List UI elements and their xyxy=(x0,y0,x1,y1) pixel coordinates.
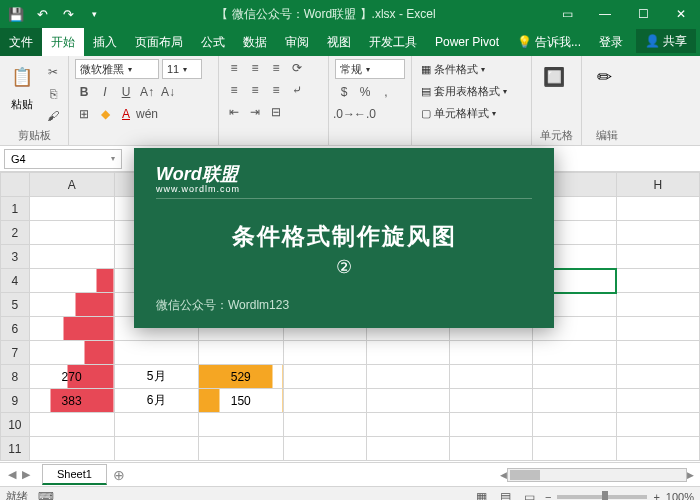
view-normal-icon[interactable]: ▦ xyxy=(473,488,491,501)
dec-indent-icon[interactable]: ⇤ xyxy=(225,103,243,121)
inc-decimal-icon[interactable]: .0→ xyxy=(335,105,353,123)
fill-color-icon[interactable]: ◆ xyxy=(96,105,114,123)
col-header[interactable]: A xyxy=(29,173,114,197)
cell-style-button[interactable]: ▢单元格样式▾ xyxy=(418,103,499,123)
shrink-font-icon[interactable]: A↓ xyxy=(159,83,177,101)
scroll-right-icon[interactable]: ▶ xyxy=(687,470,694,480)
cell-a9[interactable]: 383 xyxy=(29,389,114,413)
tab-insert[interactable]: 插入 xyxy=(84,28,126,56)
merge-icon[interactable]: ⊟ xyxy=(267,103,285,121)
tab-view[interactable]: 视图 xyxy=(318,28,360,56)
view-layout-icon[interactable]: ▤ xyxy=(497,488,515,501)
tab-home[interactable]: 开始 xyxy=(42,28,84,56)
align-center-icon[interactable]: ≡ xyxy=(246,81,264,99)
tab-powerpivot[interactable]: Power Pivot xyxy=(426,28,508,56)
number-format-combo[interactable]: 常规▾ xyxy=(335,59,405,79)
percent-icon[interactable]: % xyxy=(356,83,374,101)
tab-file[interactable]: 文件 xyxy=(0,28,42,56)
cell-c9[interactable]: 150 xyxy=(198,389,283,413)
conditional-format-button[interactable]: ▦条件格式▾ xyxy=(418,59,488,79)
sheet-tab[interactable]: Sheet1 xyxy=(42,464,107,485)
zoom-slider[interactable] xyxy=(557,495,647,499)
tab-data[interactable]: 数据 xyxy=(234,28,276,56)
share-icon: 👤 xyxy=(645,34,660,48)
align-right-icon[interactable]: ≡ xyxy=(267,81,285,99)
zoom-out-icon[interactable]: − xyxy=(545,491,551,501)
zoom-level[interactable]: 100% xyxy=(666,491,694,501)
border-icon[interactable]: ⊞ xyxy=(75,105,93,123)
align-top-icon[interactable]: ≡ xyxy=(225,59,243,77)
dec-decimal-icon[interactable]: ←.0 xyxy=(356,105,374,123)
redo-icon[interactable]: ↷ xyxy=(58,4,78,24)
font-size-combo[interactable]: 11▾ xyxy=(162,59,202,79)
titlebar: 💾 ↶ ↷ ▾ 【 微信公众号：Word联盟 】.xlsx - Excel ▭ … xyxy=(0,0,700,28)
name-box[interactable]: G4▾ xyxy=(4,149,122,169)
cell-b9[interactable]: 6月 xyxy=(114,389,198,413)
group-editing: ✏ 编辑 xyxy=(582,56,632,145)
phonetic-icon[interactable]: wén xyxy=(138,105,156,123)
currency-icon[interactable]: $ xyxy=(335,83,353,101)
group-number: 常规▾ $%, .0→←.0 xyxy=(329,56,412,145)
window-controls: ▭ — ☐ ✕ xyxy=(548,0,700,28)
horizontal-scrollbar[interactable] xyxy=(507,468,687,482)
wrap-icon[interactable]: ⤶ xyxy=(288,81,306,99)
scroll-left-icon[interactable]: ◀ xyxy=(500,470,507,480)
zoom-in-icon[interactable]: + xyxy=(653,491,659,501)
row-header[interactable]: 1 xyxy=(1,197,30,221)
group-font: 微软雅黑▾ 11▾ B I U A↑ A↓ ⊞ ◆ A wén xyxy=(69,56,219,145)
grow-font-icon[interactable]: A↑ xyxy=(138,83,156,101)
undo-icon[interactable]: ↶ xyxy=(32,4,52,24)
add-sheet-button[interactable]: ⊕ xyxy=(107,467,131,483)
align-bot-icon[interactable]: ≡ xyxy=(267,59,285,77)
tell-me[interactable]: 💡告诉我... xyxy=(508,34,590,51)
cell-c8[interactable]: 529 xyxy=(198,365,283,389)
cell-style-icon: ▢ xyxy=(421,107,431,120)
align-mid-icon[interactable]: ≡ xyxy=(246,59,264,77)
editing-label: 编辑 xyxy=(588,128,626,145)
tab-formula[interactable]: 公式 xyxy=(192,28,234,56)
table-format-button[interactable]: ▤套用表格格式▾ xyxy=(418,81,510,101)
overlay-logo: Word联盟 xyxy=(156,162,532,186)
sheet-nav-next-icon[interactable]: ▶ xyxy=(22,468,30,481)
save-icon[interactable]: 💾 xyxy=(6,4,26,24)
col-header[interactable]: H xyxy=(616,173,699,197)
underline-button[interactable]: U xyxy=(117,83,135,101)
window-title: 【 微信公众号：Word联盟 】.xlsx - Excel xyxy=(104,6,548,23)
align-left-icon[interactable]: ≡ xyxy=(225,81,243,99)
quick-access-toolbar: 💾 ↶ ↷ ▾ xyxy=(0,4,104,24)
overlay-footer: 微信公众号：Wordlm123 xyxy=(156,297,532,314)
italic-button[interactable]: I xyxy=(96,83,114,101)
group-clipboard: 📋 粘贴 ✂ ⎘ 🖌 剪贴板 xyxy=(0,56,69,145)
copy-icon[interactable]: ⎘ xyxy=(44,85,62,103)
minimize-icon[interactable]: — xyxy=(586,0,624,28)
close-icon[interactable]: ✕ xyxy=(662,0,700,28)
qat-dropdown-icon[interactable]: ▾ xyxy=(84,4,104,24)
orientation-icon[interactable]: ⟳ xyxy=(288,59,306,77)
format-painter-icon[interactable]: 🖌 xyxy=(44,107,62,125)
cut-icon[interactable]: ✂ xyxy=(44,63,62,81)
share-button[interactable]: 👤共享 xyxy=(636,29,696,53)
login-link[interactable]: 登录 xyxy=(590,28,632,56)
maximize-icon[interactable]: ☐ xyxy=(624,0,662,28)
inc-indent-icon[interactable]: ⇥ xyxy=(246,103,264,121)
cell-a8[interactable]: 270 xyxy=(29,365,114,389)
sheet-nav-prev-icon[interactable]: ◀ xyxy=(8,468,16,481)
editing-button[interactable]: ✏ xyxy=(588,59,620,95)
font-color-icon[interactable]: A xyxy=(117,105,135,123)
cell-b8[interactable]: 5月 xyxy=(114,365,198,389)
comma-icon[interactable]: , xyxy=(377,83,395,101)
ribbon-options-icon[interactable]: ▭ xyxy=(548,0,586,28)
paste-button[interactable]: 📋 xyxy=(6,59,38,95)
status-ready: 就绪 xyxy=(6,489,28,500)
table-format-icon: ▤ xyxy=(421,85,431,98)
cells-button[interactable]: 🔲 xyxy=(538,59,570,95)
bold-button[interactable]: B xyxy=(75,83,93,101)
tab-developer[interactable]: 开发工具 xyxy=(360,28,426,56)
font-name-combo[interactable]: 微软雅黑▾ xyxy=(75,59,159,79)
overlay-url: www.wordlm.com xyxy=(156,184,532,199)
overlay-title: 条件格式制作旋风图 xyxy=(156,221,532,252)
ribbon: 📋 粘贴 ✂ ⎘ 🖌 剪贴板 微软雅黑▾ 11▾ B I U A↑ A↓ xyxy=(0,56,700,146)
tab-layout[interactable]: 页面布局 xyxy=(126,28,192,56)
view-break-icon[interactable]: ▭ xyxy=(521,488,539,501)
tab-review[interactable]: 审阅 xyxy=(276,28,318,56)
